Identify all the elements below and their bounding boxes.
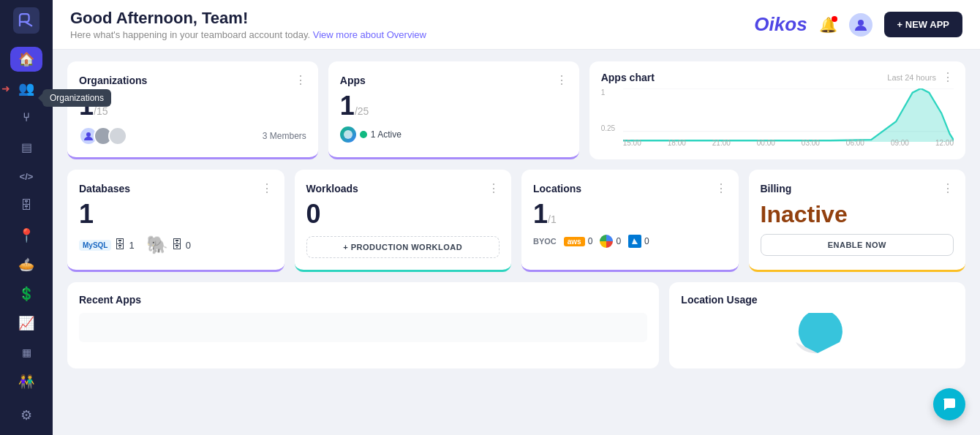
recent-apps-card: Recent Apps [67,282,659,368]
sidebar-item-home[interactable]: 🏠 [10,47,42,72]
mysql-count: 1 [129,240,134,251]
workload-card-menu[interactable]: ⋮ [488,181,500,195]
chart-menu[interactable]: ⋮ [942,70,954,84]
org-card-footer: 3 Members [79,126,306,145]
header: Good Afternoon, Team! Here what's happen… [53,0,980,50]
cards-row-2: Databases ⋮ 1 MySQL 🗄 1 🐘 🗄 0 [67,170,965,272]
team-icon: 👫 [18,374,34,390]
bottom-row: Recent Apps Location Usage [67,282,965,368]
sidebar-item-servers[interactable]: ▤ [10,135,42,159]
location-usage-title: Location Usage [681,294,954,306]
org-count: 1/15 [79,93,306,119]
postgres-count: 0 [186,240,191,251]
active-dot [360,131,367,138]
queue-icon: ▦ [22,347,31,358]
enable-billing-button[interactable]: ENABLE NOW [761,234,954,256]
db-card-header: Databases ⋮ [79,181,273,195]
branch-icon: ⑂ [23,111,30,124]
servers-icon: ▤ [21,140,32,154]
workload-card-header: Workloads ⋮ [306,181,500,195]
apps-chart-card: Apps chart Last 24 hours ⋮ 1 0.25 [589,61,965,159]
svg-rect-0 [13,7,39,34]
apps-card-menu[interactable]: ⋮ [556,73,568,87]
workload-card-title: Workloads [306,183,358,194]
db-card-title: Databases [79,183,130,194]
billing-card-title: Billing [761,183,792,194]
mysql-item: MySQL 🗄 1 [79,238,135,251]
sidebar-item-queue[interactable]: ▦ [10,340,42,365]
sidebar-item-billing[interactable]: 💲 [10,281,42,306]
azure-icon [628,235,641,248]
sidebar-item-analytics[interactable]: 🥧 [10,252,42,277]
billing-status: Inactive [761,201,954,228]
loc-count: 1/1 [533,201,727,227]
chart-time-label: Last 24 hours [887,73,936,82]
byoc-label: BYOC [533,237,557,246]
new-app-button[interactable]: + NEW APP [884,12,962,37]
loc-card-menu[interactable]: ⋮ [715,181,727,195]
sidebar-item-code[interactable]: </> [10,164,42,189]
location-usage-chart [681,313,954,357]
org-card-menu[interactable]: ⋮ [295,73,306,87]
add-workload-button[interactable]: + PRODUCTION WORKLOAD [306,236,500,258]
azure-count: 0 [644,236,649,246]
sidebar-item-locations[interactable]: 📍 [10,222,42,247]
member-avatar-3 [108,126,127,145]
db-count: 1 [79,201,273,227]
sidebar-item-branch[interactable]: ⑂ [10,105,42,130]
orgs-tooltip: Organizations [42,89,111,107]
apps-card-header: Apps ⋮ [340,73,568,87]
recent-apps-title: Recent Apps [79,294,647,306]
user-avatar[interactable] [849,13,872,37]
chart-title: Apps chart [601,72,655,83]
orgs-arrow-icon: ➜ [1,83,10,94]
home-icon: 🏠 [18,51,34,67]
header-right: Oikos 🔔 + NEW APP [754,12,962,37]
subtext: Here what's happening in your teamboard … [70,29,426,40]
sidebar-item-team[interactable]: 👫 [10,369,42,394]
location-icon: 📍 [18,227,34,243]
db-card-menu[interactable]: ⋮ [261,181,273,195]
code-icon: </> [20,171,34,182]
sidebar-item-databases[interactable]: 🗄 [10,193,42,218]
billing-card-menu[interactable]: ⋮ [942,181,954,195]
recent-apps-placeholder [79,313,647,342]
header-left: Good Afternoon, Team! Here what's happen… [70,9,426,40]
sidebar-item-settings[interactable]: ⚙ [10,403,42,428]
sidebar-item-reports[interactable]: 📈 [10,311,42,336]
workloads-card: Workloads ⋮ 0 + PRODUCTION WORKLOAD [295,170,512,272]
chart-yaxis: 1 0.25 [601,88,623,132]
aws-badge: aws [564,237,585,246]
location-row: BYOC aws 0 0 0 [533,235,727,248]
notification-bell[interactable]: 🔔 [819,16,837,34]
databases-card: Databases ⋮ 1 MySQL 🗄 1 🐘 🗄 0 [67,170,284,272]
azure-item: 0 [628,235,649,248]
apps-card-title: Apps [340,75,366,86]
db-stack-icon2: 🗄 [171,238,183,251]
locations-card: Locations ⋮ 1/1 BYOC aws 0 0 [521,170,739,272]
location-usage-card: Location Usage [669,282,965,368]
org-card-header: Organizations ⋮ [79,73,306,87]
apps-brand-icon [340,126,356,143]
mysql-badge: MySQL [79,240,111,251]
loc-card-header: Locations ⋮ [533,181,727,195]
overview-link[interactable]: View more about Overview [313,29,426,40]
content-area: Organizations ⋮ 1/15 3 Members [53,50,980,435]
members-count: 3 Members [263,131,306,141]
billing-icon: 💲 [18,286,34,302]
cards-row-1: Organizations ⋮ 1/15 3 Members [67,61,965,159]
billing-card-header: Billing ⋮ [761,181,954,195]
apps-card: Apps ⋮ 1/25 1 Active [328,61,579,159]
database-icon: 🗄 [20,199,32,212]
members-avatars [79,126,123,145]
gcp-item: 0 [600,235,621,248]
notification-dot [832,16,837,22]
billing-card: Billing ⋮ Inactive ENABLE NOW [749,170,966,272]
gcp-count: 0 [616,236,621,246]
reports-icon: 📈 [18,315,34,331]
chart-svg [623,88,954,142]
chat-bubble[interactable] [933,388,965,420]
svg-point-1 [858,20,864,26]
aws-item: aws 0 [564,236,593,246]
logo[interactable] [13,7,39,37]
